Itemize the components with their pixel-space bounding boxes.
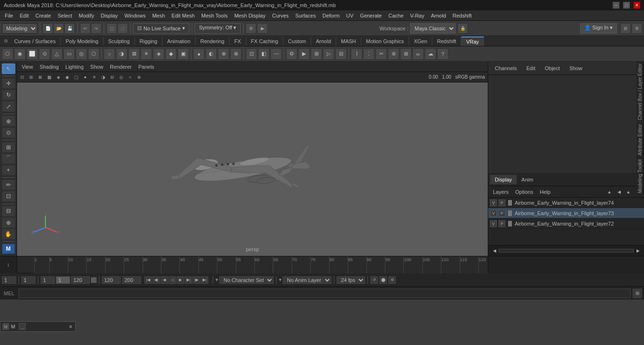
icon-vray-infinite[interactable]: ∞ [412,48,424,60]
vp-smooth-toggle[interactable]: ● [81,73,89,82]
play-forward-button[interactable]: ▶ [177,276,184,284]
menu-generate[interactable]: Generate [357,12,385,19]
layer-display-tab[interactable]: Display [490,175,517,184]
tab-vray[interactable]: VRay [461,36,484,46]
icon-vray-cam[interactable]: ⊡ [246,48,257,60]
menu-create[interactable]: Create [33,12,54,19]
vp-menu-show[interactable]: Show [88,63,107,71]
icon-vray-displacement[interactable]: ⊞ [400,48,411,60]
vp-texture-btn[interactable]: ⊟ [108,73,116,82]
sign-in-button[interactable]: 👤 Sign In ▾ [580,23,617,34]
menu-vray[interactable]: V-Ray [407,12,427,19]
layer-scroll-right[interactable]: ▶ [634,246,642,255]
auto-keyframe-button[interactable]: ⬤ [379,276,387,284]
snap-grid-button[interactable]: ⊞ [2,142,15,153]
range-slider-handle[interactable] [91,277,97,283]
icon-vray-rect[interactable]: ▣ [178,48,189,60]
vp-menu-lighting[interactable]: Lighting [63,63,87,71]
icon-vray-sphere-light[interactable]: ○ [104,48,115,60]
symmetry-button[interactable]: Symmetry: Off ▾ [195,23,241,34]
icon-vray-settings[interactable]: ⚙ [286,48,297,60]
mel-input[interactable] [18,289,631,298]
icon-vray-clouds[interactable]: ☁ [425,48,436,60]
viewport[interactable]: View Shading Lighting Show Renderer Pane… [17,62,488,256]
prev-frame-button[interactable]: ◀ [161,276,168,284]
dialog-close-button[interactable]: ✕ [68,324,73,329]
layer74-playback[interactable]: P [499,200,505,206]
anim-layer-dropdown[interactable]: No Anim Layer [283,276,331,284]
vp-camera-button[interactable]: ⊡ [18,73,27,82]
tab-motion-graphics[interactable]: Motion Graphics [361,37,409,45]
icon-cone[interactable]: △ [51,48,63,60]
layer-row[interactable]: V P Airborne_Early_Warning_in_Flight_lay… [488,218,644,229]
next-frame-button[interactable]: ▶| [185,276,192,284]
vp-frame-all[interactable]: ⊞ [27,73,36,82]
redo-button[interactable]: ↪ [91,23,101,34]
menu-mesh[interactable]: Mesh [149,12,168,19]
layer-row[interactable]: V P Airborne_Early_Warning_in_Flight_lay… [488,198,644,208]
grid-toggle-button[interactable]: ⊟ [2,206,15,216]
tab-mash[interactable]: MASH [336,37,361,45]
channel-box-label[interactable]: Channel Box / Layer Editor [636,62,644,122]
tab-animation[interactable]: Animation [162,37,196,45]
layer-scrollbar[interactable] [499,249,634,253]
layer-options-btn[interactable]: Options [512,188,536,196]
save-scene-button[interactable]: 💾 [64,23,75,34]
tab-curves-surfaces[interactable]: Curves / Surfaces [9,37,61,45]
go-to-start-button[interactable]: |◀ [144,276,152,284]
menu-surfaces[interactable]: Surfaces [293,12,319,19]
icon-vray-ies[interactable]: ◈ [153,48,164,60]
menu-cache[interactable]: Cache [385,12,406,19]
lasso-button[interactable]: ◌ [117,23,128,34]
icon-vray-scatter[interactable]: ⁚ [363,48,375,60]
fps-dropdown[interactable]: 24 fps 30 fps 25 fps [337,276,365,284]
snap-point-button[interactable]: + [2,165,15,175]
vp-persp-toggle[interactable]: ◈ [54,73,63,82]
vp-menu-view[interactable]: View [19,63,36,71]
vp-wireframe-toggle[interactable]: ▢ [72,73,80,82]
vp-menu-panels[interactable]: Panels [135,63,157,71]
menu-file[interactable]: File [2,12,16,19]
vp-motion-blur-btn[interactable]: ≈ [126,73,134,82]
attribute-editor-label[interactable]: Attribute Editor [636,122,644,157]
camera-button[interactable]: ⊡ [2,191,15,201]
menu-mesh-display[interactable]: Mesh Display [232,12,268,19]
vp-menu-renderer[interactable]: Renderer [107,63,134,71]
vp-frame-sel[interactable]: ⊠ [36,73,45,82]
channel-edit-button[interactable]: Edit [523,64,538,72]
menu-modify[interactable]: Modify [76,12,97,19]
menu-display[interactable]: Display [98,12,121,19]
ui-settings-button-2[interactable]: ⚙ [632,23,642,34]
open-scene-button[interactable]: 📂 [54,23,64,34]
icon-vray-mat[interactable]: ● [193,48,205,60]
tab-redshift[interactable]: Redshift [432,37,461,45]
icon-vray-mesh-light[interactable]: ⊠ [128,48,140,60]
icon-vray-help[interactable]: ? [437,48,448,60]
layer-move-up-button[interactable]: ▲ [624,188,633,196]
icon-plane[interactable]: ▭ [63,48,75,60]
vp-grid-toggle[interactable]: ▦ [45,73,54,82]
layer72-playback[interactable]: P [499,220,505,227]
menu-edit-mesh[interactable]: Edit Mesh [169,12,197,19]
vp-hud-btn[interactable]: ⊕ [135,73,143,82]
icon-vray-ipr[interactable]: ▷ [323,48,334,60]
icon-cube[interactable]: ⬜ [27,48,38,60]
icon-vray-blend[interactable]: ⊕ [218,48,229,60]
icon-vray-grass[interactable]: ⌇ [351,48,362,60]
menu-uv[interactable]: UV [343,12,356,19]
playblast-button[interactable]: ▶ [257,23,268,34]
layer74-visibility[interactable]: V [490,200,497,206]
icon-vray-lens[interactable]: ⊚ [388,48,399,60]
layer-remove-button[interactable]: ◀ [615,188,623,196]
menu-windows[interactable]: Windows [122,12,149,19]
minimize-button[interactable]: ─ [613,2,619,9]
icon-vray-clipper[interactable]: ✂ [376,48,387,60]
icon-vray-fur[interactable]: 〰 [270,48,282,60]
mode-dropdown[interactable]: Modeling [2,23,37,34]
tab-xgen[interactable]: XGen [409,37,432,45]
vp-lighting-btn[interactable]: ☀ [90,73,98,82]
select-tool-button[interactable]: ↖ [2,64,15,74]
tab-fx-caching[interactable]: FX Caching [246,37,283,45]
play-back-button[interactable]: ◁ [169,276,176,284]
total-frame-start[interactable]: 120 [102,276,121,284]
